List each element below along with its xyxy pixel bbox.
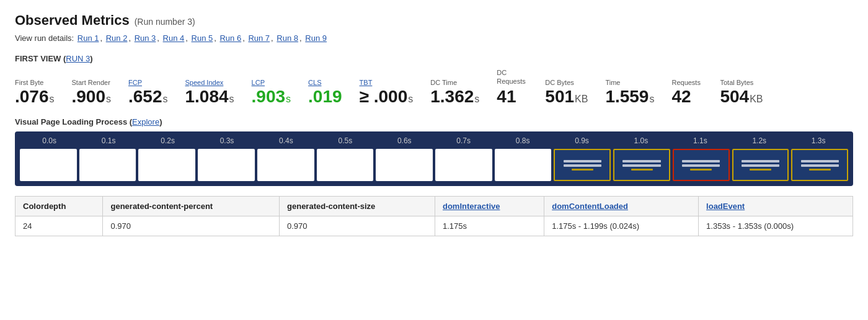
td-colordepth: 24: [16, 216, 103, 236]
metric-start-render: Start Render .900s: [72, 79, 112, 107]
frame-5[interactable]: [317, 149, 374, 181]
td-generated-content-percent: 0.970: [103, 216, 280, 236]
ts-2: 0.2s: [138, 136, 197, 145]
th-loadevent[interactable]: loadEvent: [699, 197, 853, 216]
td-domcontentloaded: 1.175s - 1.199s (0.024s): [544, 216, 699, 236]
metric-value-total-bytes: 504KB: [720, 87, 763, 107]
metric-label-lcp[interactable]: LCP: [252, 79, 265, 86]
vpl-label: Visual Page Loading Process (Explore): [15, 117, 853, 127]
frame-9[interactable]: [554, 149, 611, 181]
th-dominteractive[interactable]: domInteractive: [435, 197, 544, 216]
run-link-5[interactable]: Run 5: [192, 33, 213, 43]
td-generated-content-size: 0.970: [280, 216, 435, 236]
metric-dc-time: DC Time 1.362s: [430, 79, 479, 107]
td-loadevent: 1.353s - 1.353s (0.000s): [699, 216, 853, 236]
title-subtitle: (Run number 3): [135, 17, 195, 27]
ts-12: 1.2s: [730, 136, 789, 145]
run-link-2[interactable]: Run 2: [106, 33, 128, 43]
frame-1[interactable]: [79, 149, 136, 181]
ts-9: 0.9s: [552, 136, 611, 145]
frame-line: [564, 160, 601, 162]
vpl-section: Visual Page Loading Process (Explore) 0.…: [15, 117, 853, 186]
ts-6: 0.6s: [375, 136, 434, 145]
th-domcontentloaded[interactable]: domContentLoaded: [544, 197, 699, 216]
metric-value-cls: .019: [308, 87, 342, 107]
metric-dc-requests: DCRequests 41: [497, 68, 528, 106]
metric-value-lcp: .903s: [252, 87, 291, 107]
run-link-4[interactable]: Run 4: [163, 33, 185, 43]
frame-4[interactable]: [257, 149, 314, 181]
metric-label-start-render: Start Render: [72, 79, 110, 86]
frame-13[interactable]: [791, 149, 848, 181]
metric-value-start-render: .900s: [72, 87, 112, 107]
title-text: Observed Metrics: [15, 12, 130, 29]
ts-3: 0.3s: [197, 136, 256, 145]
frame-10-inner: [614, 150, 669, 180]
th-generated-content-size: generated-content-size: [280, 197, 435, 216]
metric-lcp: LCP .903s: [252, 79, 291, 107]
frame-line: [564, 164, 601, 167]
frame-line-short: [572, 169, 593, 171]
metric-value-tbt: ≥ .000s: [360, 87, 414, 107]
frame-9-inner: [555, 150, 609, 180]
frame-line-short: [690, 169, 712, 171]
run-link-8[interactable]: Run 8: [277, 33, 298, 43]
metric-label-first-byte: First Byte: [15, 79, 43, 86]
frame-line: [801, 164, 839, 167]
metric-value-speed-index: 1.084s: [185, 87, 234, 107]
first-view-run-link[interactable]: RUN 3: [66, 54, 90, 63]
frame-12-inner: [733, 150, 788, 180]
metric-label-time: Time: [605, 79, 620, 86]
metric-label-requests: Requests: [671, 79, 700, 86]
run-link-1[interactable]: Run 1: [78, 33, 99, 43]
metric-time: Time 1.559s: [605, 79, 654, 107]
data-table: Colordepth generated-content-percent gen…: [15, 196, 853, 236]
td-dominteractive: 1.175s: [435, 216, 544, 236]
metric-value-time: 1.559s: [605, 87, 654, 107]
frame-10[interactable]: [613, 149, 670, 181]
metric-label-dc-requests: DCRequests: [497, 68, 525, 86]
th-generated-content-percent: generated-content-percent: [103, 197, 280, 216]
frame-0[interactable]: [20, 149, 77, 181]
metric-value-dc-requests: 41: [497, 87, 516, 107]
metric-dc-bytes: DC Bytes 501KB: [545, 79, 588, 107]
metric-label-cls[interactable]: CLS: [308, 79, 321, 86]
ts-7: 0.7s: [434, 136, 493, 145]
run-link-3[interactable]: Run 3: [135, 33, 156, 43]
vpl-explore-link[interactable]: Explore: [132, 117, 159, 127]
metric-label-dc-time: DC Time: [430, 79, 457, 86]
table-row: 24 0.970 0.970 1.175s 1.175s - 1.199s (0…: [16, 216, 853, 236]
frame-3[interactable]: [198, 149, 255, 181]
frame-8[interactable]: [495, 149, 552, 181]
frame-2[interactable]: [138, 149, 195, 181]
frame-line: [682, 164, 720, 167]
metric-label-tbt[interactable]: TBT: [360, 79, 373, 86]
frame-11[interactable]: [673, 149, 730, 181]
frame-7[interactable]: [435, 149, 492, 181]
frame-12[interactable]: [732, 149, 789, 181]
th-colordepth: Colordepth: [16, 197, 103, 216]
metric-label-fcp[interactable]: FCP: [128, 79, 142, 86]
metric-total-bytes: Total Bytes 504KB: [720, 79, 763, 107]
ts-0: 0.0s: [20, 136, 79, 145]
run-link-7[interactable]: Run 7: [248, 33, 270, 43]
run-links: View run details: Run 1, Run 2, Run 3, R…: [15, 33, 853, 43]
metric-value-dc-time: 1.362s: [430, 87, 479, 107]
ts-1: 0.1s: [79, 136, 138, 145]
ts-13: 1.3s: [789, 136, 848, 145]
page-title: Observed Metrics (Run number 3): [15, 12, 853, 29]
run-link-9[interactable]: Run 9: [305, 33, 327, 43]
metric-label-dc-bytes: DC Bytes: [545, 79, 574, 86]
frame-6[interactable]: [376, 149, 433, 181]
metric-label-speed-index[interactable]: Speed Index: [185, 79, 224, 86]
metric-tbt: TBT ≥ .000s: [360, 79, 414, 107]
metric-value-dc-bytes: 501KB: [545, 87, 588, 107]
frame-11-inner: [674, 150, 728, 180]
run-link-6[interactable]: Run 6: [219, 33, 241, 43]
frame-line: [742, 164, 779, 167]
frame-13-inner: [792, 150, 847, 180]
ts-5: 0.5s: [316, 136, 374, 145]
vpl-timestamps: 0.0s 0.1s 0.2s 0.3s 0.4s 0.5s 0.6s 0.7s …: [15, 136, 853, 145]
frame-line: [682, 160, 720, 162]
frame-line: [742, 160, 779, 162]
